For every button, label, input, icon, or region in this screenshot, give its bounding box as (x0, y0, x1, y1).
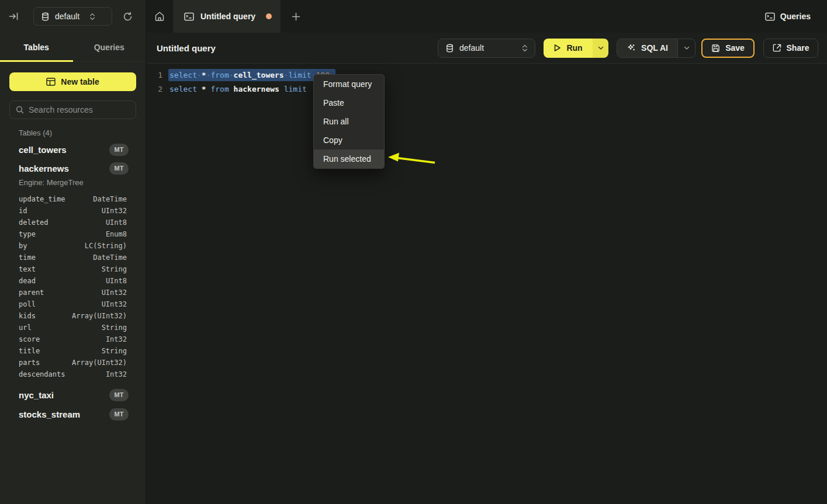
queries-button[interactable]: Queries (765, 12, 811, 21)
database-icon (445, 44, 454, 53)
column-type: Int32 (106, 335, 127, 343)
column-type: UInt32 (102, 207, 127, 215)
column-row: scoreInt32 (9, 333, 136, 345)
run-button[interactable]: Run (544, 39, 593, 58)
sidebar-tab-tables[interactable]: Tables (0, 33, 73, 61)
menu-item-run-selected[interactable]: Run selected (314, 150, 384, 168)
sparkles-icon (627, 43, 636, 53)
column-name: type (19, 230, 36, 238)
table-item-hackernews[interactable]: hackernews MT (9, 161, 136, 176)
terminal-icon (184, 12, 194, 21)
toolbar-database-value: default (459, 43, 484, 53)
selected-text: select·*·from·cell_towers·limit·100· (168, 69, 335, 81)
table-item-nyc-taxi[interactable]: nyc_taxi MT (9, 387, 136, 402)
menu-item-paste[interactable]: Paste (314, 93, 384, 112)
column-type: UInt32 (102, 289, 127, 297)
new-tab-button[interactable] (281, 0, 311, 33)
column-row: pollUInt32 (9, 298, 136, 310)
sql-ai-options-button[interactable] (677, 39, 695, 57)
topbar-left-section: default (0, 0, 146, 33)
new-table-label: New table (61, 77, 99, 86)
query-header: Untitled query default Run (146, 33, 827, 64)
column-name: url (19, 324, 32, 332)
refresh-icon (123, 12, 133, 22)
menu-item-format-query[interactable]: Format query (314, 75, 384, 93)
collapse-sidebar-button[interactable] (0, 0, 27, 33)
menu-item-copy[interactable]: Copy (314, 131, 384, 150)
save-icon (711, 44, 720, 53)
play-icon (553, 44, 561, 52)
search-icon (16, 106, 24, 114)
tables-section-label: Tables (4) (9, 128, 136, 138)
column-name: update_time (19, 195, 65, 203)
column-name: descendants (19, 370, 65, 378)
tab-label: Untitled query (200, 12, 255, 21)
column-name: dead (19, 277, 36, 285)
search-input[interactable] (29, 105, 134, 114)
sidebar-tabs: Tables Queries (0, 33, 146, 62)
column-type: Enum8 (106, 230, 127, 238)
sidebar-tab-queries[interactable]: Queries (73, 33, 146, 61)
chevron-down-icon (598, 46, 604, 50)
column-row: urlString (9, 322, 136, 333)
share-icon (773, 44, 781, 53)
column-name: id (19, 207, 27, 215)
column-row: partsArray(UInt32) (9, 357, 136, 369)
home-tab[interactable] (146, 0, 174, 33)
sql-editor[interactable]: 1 select·*·from·cell_towers·limit·100· 2… (146, 64, 827, 504)
collapse-sidebar-icon (9, 12, 18, 21)
line-number: 1 (146, 71, 162, 79)
column-row: descendantsInt32 (9, 369, 136, 380)
run-split-button: Run (544, 39, 608, 58)
column-row: textString (9, 263, 136, 275)
plus-icon (292, 12, 300, 21)
line-number: 2 (146, 85, 162, 93)
run-options-button[interactable] (593, 39, 608, 58)
table-name: nyc_taxi (19, 390, 54, 400)
column-type: UInt32 (102, 300, 127, 308)
table-item-stocks-stream[interactable]: stocks_stream MT (9, 406, 136, 422)
table-engine-label: Engine: MergeTree (9, 178, 136, 187)
share-button[interactable]: Share (763, 39, 818, 58)
share-button-label: Share (787, 43, 809, 53)
table-name: cell_towers (19, 145, 67, 155)
search-box (9, 100, 136, 119)
tab-strip: Untitled query Queries (146, 0, 827, 33)
save-button-label: Save (725, 43, 745, 53)
new-table-button[interactable]: New table (9, 72, 136, 91)
column-name: score (19, 335, 40, 343)
menu-item-run-all[interactable]: Run all (314, 112, 384, 131)
column-row: parentUInt32 (9, 287, 136, 298)
toolbar-database-selector[interactable]: default (438, 39, 535, 58)
table-item-cell-towers[interactable]: cell_towers MT (9, 142, 136, 157)
tab-untitled-query[interactable]: Untitled query (174, 0, 281, 33)
code-line-2[interactable]: 2 select * from hackernews limit (146, 82, 827, 96)
engine-badge: MT (109, 408, 129, 420)
sql-ai-button[interactable]: SQL AI (617, 39, 677, 57)
sidebar-body: New table Tables (4) cell_towers MT hack… (0, 62, 146, 422)
code-line-1[interactable]: 1 select·*·from·cell_towers·limit·100· (146, 68, 827, 82)
column-row: idUInt32 (9, 205, 136, 217)
column-type: Array(UInt32) (72, 312, 127, 320)
column-name: kids (19, 312, 36, 320)
database-icon (41, 12, 50, 21)
column-name: deleted (19, 218, 49, 227)
database-selector-value: default (55, 12, 79, 21)
column-type: UInt8 (106, 277, 127, 285)
engine-badge: MT (109, 389, 129, 401)
chevron-down-icon (684, 46, 690, 50)
code-text: select·*·from·cell_towers·limit·100· (169, 71, 335, 79)
column-type: Int32 (106, 370, 127, 378)
database-selector[interactable]: default (33, 7, 112, 26)
updown-chevron-icon (89, 13, 95, 20)
refresh-button[interactable] (115, 0, 140, 33)
table-name: hackernews (19, 164, 69, 173)
save-button[interactable]: Save (701, 39, 755, 58)
sql-ai-button-label: SQL AI (641, 43, 668, 53)
code-text: select * from hackernews limit (169, 85, 307, 93)
column-row: kidsArray(UInt32) (9, 310, 136, 322)
home-icon (154, 11, 165, 22)
column-name: by (19, 242, 27, 250)
engine-badge: MT (109, 144, 129, 156)
table-name: stocks_stream (19, 409, 80, 419)
